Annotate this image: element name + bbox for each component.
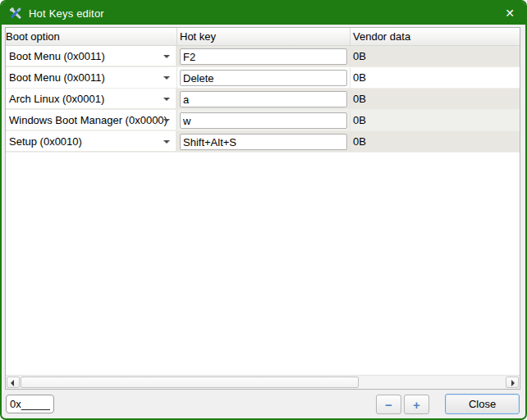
boot-option-dropdown[interactable]: Boot Menu (0x0011) xyxy=(6,46,176,66)
vendor-data-cell: 0B xyxy=(351,110,520,130)
close-icon[interactable]: ✕ xyxy=(496,2,524,25)
remove-row-button[interactable]: − xyxy=(376,395,401,414)
boot-option-cell: Arch Linux (0x0001) xyxy=(6,89,177,109)
hot-keys-editor-window: Hot Keys editor ✕ Boot option Hot key Ve… xyxy=(0,0,527,420)
horizontal-scrollbar[interactable] xyxy=(6,375,520,389)
hot-key-cell xyxy=(177,67,351,88)
dropdown-value: Arch Linux (0x0001) xyxy=(6,93,104,105)
dropdown-value: Windows Boot Manager (0x0000) xyxy=(6,114,167,126)
table-row: Setup (0x0010) 0B xyxy=(6,131,520,153)
hot-key-cell xyxy=(177,89,351,109)
vendor-data-cell: 0B xyxy=(351,67,520,88)
chevron-down-icon xyxy=(163,119,170,122)
hot-key-input[interactable] xyxy=(180,70,347,86)
hot-key-input[interactable] xyxy=(180,91,347,107)
dropdown-value: Boot Menu (0x0011) xyxy=(6,50,105,62)
chevron-down-icon xyxy=(163,55,170,58)
scroll-right-button[interactable] xyxy=(506,377,519,388)
dropdown-value: Setup (0x0010) xyxy=(6,135,82,148)
vendor-data-value: 0B xyxy=(351,46,520,66)
scroll-left-button[interactable] xyxy=(7,377,20,388)
table-row: Boot Menu (0x0011) 0B xyxy=(6,46,520,67)
table-row: Arch Linux (0x0001) 0B xyxy=(6,89,520,110)
header-hot-key: Hot key xyxy=(177,28,351,45)
chevron-down-icon xyxy=(163,76,170,80)
window-title: Hot Keys editor xyxy=(29,7,496,20)
scroll-right-icon xyxy=(511,380,515,386)
boot-option-cell: Boot Menu (0x0011) xyxy=(6,67,177,88)
boot-option-dropdown[interactable]: Arch Linux (0x0001) xyxy=(6,89,176,108)
add-row-button[interactable]: + xyxy=(404,395,429,414)
chevron-down-icon xyxy=(163,98,170,101)
boot-option-dropdown[interactable]: Boot Menu (0x0011) xyxy=(6,67,176,87)
close-button[interactable]: Close xyxy=(445,394,520,414)
hot-key-cell xyxy=(177,46,351,66)
boot-option-dropdown[interactable]: Setup (0x0010) xyxy=(6,131,176,151)
boot-option-dropdown[interactable]: Windows Boot Manager (0x0000) xyxy=(6,110,176,130)
horizontal-scrollbar-thumb[interactable] xyxy=(21,377,359,388)
hot-key-input[interactable] xyxy=(180,48,347,65)
hot-key-cell xyxy=(177,131,351,152)
dropdown-value: Boot Menu (0x0011) xyxy=(6,71,105,84)
tools-icon xyxy=(9,7,22,20)
hotkeys-table: Boot option Hot key Vendor data Boot Men… xyxy=(5,27,520,390)
boot-option-cell: Setup (0x0010) xyxy=(6,131,177,152)
scroll-left-icon xyxy=(11,380,14,386)
table-header: Boot option Hot key Vendor data xyxy=(6,28,520,46)
chevron-down-icon xyxy=(163,140,170,144)
vendor-data-value: 0B xyxy=(351,89,520,109)
vendor-data-cell: 0B xyxy=(351,131,520,152)
vendor-data-value: 0B xyxy=(351,110,520,130)
hot-key-input[interactable] xyxy=(180,134,347,150)
vendor-data-cell: 0B xyxy=(351,89,520,109)
titlebar: Hot Keys editor ✕ xyxy=(2,2,525,25)
boot-option-cell: Windows Boot Manager (0x0000) xyxy=(6,110,177,130)
vendor-data-value: 0B xyxy=(351,131,520,152)
header-vendor-data: Vendor data xyxy=(351,28,520,45)
vendor-data-value: 0B xyxy=(351,67,520,88)
table-row: Windows Boot Manager (0x0000) 0B xyxy=(6,110,520,131)
header-boot-option: Boot option xyxy=(6,28,177,45)
vendor-data-hex-input[interactable] xyxy=(6,395,54,413)
vendor-data-cell: 0B xyxy=(351,46,520,66)
hot-key-cell xyxy=(177,110,351,130)
boot-option-cell: Boot Menu (0x0011) xyxy=(6,46,177,66)
hot-key-input[interactable] xyxy=(180,112,347,129)
table-row: Boot Menu (0x0011) 0B xyxy=(6,67,520,89)
